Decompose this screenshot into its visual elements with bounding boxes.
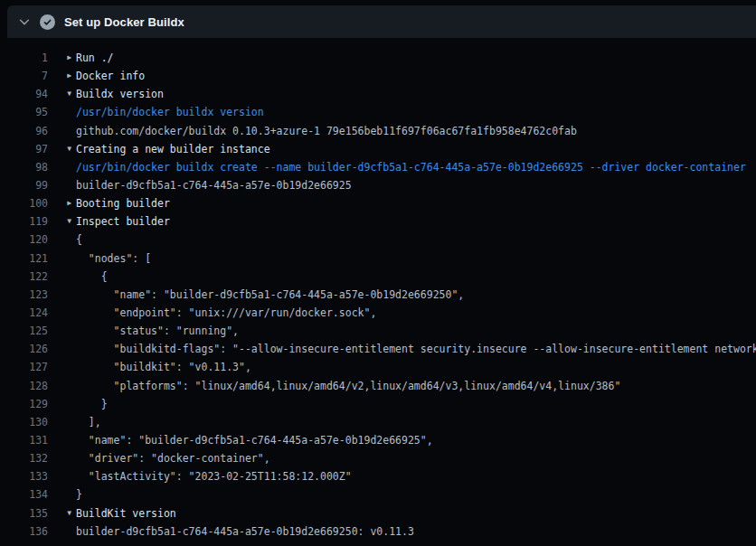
line-number[interactable]: 121 [0,249,48,268]
group-collapse-icon[interactable]: ▼ [67,140,71,158]
line-number[interactable]: 125 [0,322,48,340]
log-text: builder-d9cfb5a1-c764-445a-a57e-0b19d2e6… [76,176,352,194]
log-group-row[interactable]: 135 ▼ BuildKit version [0,504,756,522]
log-text: "lastActivity": "2023-02-25T11:58:12.000… [76,467,352,485]
line-number[interactable]: 122 [0,268,48,286]
line-number[interactable]: 7 [0,67,48,85]
log-row: 98 /usr/bin/docker buildx create --name … [0,158,756,176]
line-number[interactable]: 124 [0,304,48,322]
log-text: Booting builder [76,194,170,212]
log-row: 122 { [0,268,756,286]
line-number[interactable]: 100 [0,194,48,212]
log-text: "name": "builder-d9cfb5a1-c764-445a-a57e… [76,431,433,449]
log-row: 123 "name": "builder-d9cfb5a1-c764-445a-… [0,286,756,304]
line-number[interactable]: 128 [0,377,48,395]
group-expand-icon[interactable]: ▶ [67,194,71,212]
log-text: "driver": "docker-container", [76,449,270,467]
log-text: /usr/bin/docker buildx version [76,103,264,121]
log-row: 99 builder-d9cfb5a1-c764-445a-a57e-0b19d… [0,176,756,194]
line-number[interactable]: 95 [0,103,48,121]
log-lines: 1 ▶ Run ./ 7 ▶ Docker info 94 ▼ Buildx v… [0,38,756,546]
log-row: 132 "driver": "docker-container", [0,449,756,467]
log-text: builder-d9cfb5a1-c764-445a-a57e-0b19d2e6… [76,522,414,541]
log-text: "endpoint": "unix:///var/run/docker.sock… [76,304,376,322]
step-header[interactable]: Set up Docker Buildx [7,5,756,38]
log-group-row[interactable]: 97 ▼ Creating a new builder instance [0,140,756,158]
line-number[interactable]: 136 [0,522,48,541]
log-group-row[interactable]: 100 ▶ Booting builder [0,194,756,212]
log-text: Docker info [76,67,145,85]
line-number[interactable]: 130 [0,413,48,431]
log-row: 134 } [0,485,756,504]
log-text: { [76,231,82,249]
log-row: 95 /usr/bin/docker buildx version [0,103,756,121]
log-text: Buildx version [76,85,164,103]
log-group-row[interactable]: 1 ▶ Run ./ [0,49,756,67]
group-expand-icon[interactable]: ▶ [67,67,71,85]
group-expand-icon[interactable]: ▶ [67,49,71,67]
line-number[interactable]: 94 [0,85,48,103]
log-group-row[interactable]: 7 ▶ Docker info [0,67,756,85]
check-circle-icon [40,14,55,30]
log-text: /usr/bin/docker buildx create --name bui… [76,158,746,176]
line-number[interactable]: 120 [0,231,48,249]
log-row: 133 "lastActivity": "2023-02-25T11:58:12… [0,467,756,485]
chevron-down-icon[interactable] [18,15,31,28]
log-text: } [76,485,82,504]
log-text: "status": "running", [76,322,239,340]
log-group-row[interactable]: 119 ▼ Inspect builder [0,212,756,231]
line-number[interactable]: 134 [0,485,48,504]
log-text: Creating a new builder instance [76,140,270,158]
log-text: BuildKit version [76,504,176,522]
line-number[interactable]: 131 [0,431,48,449]
line-number[interactable]: 98 [0,158,48,176]
line-number[interactable]: 99 [0,176,48,194]
log-text: github.com/docker/buildx 0.10.3+azure-1 … [76,122,577,140]
line-number[interactable]: 129 [0,395,48,413]
log-row: 96 github.com/docker/buildx 0.10.3+azure… [0,122,756,140]
log-text: ], [76,413,101,431]
log-group-row[interactable]: 94 ▼ Buildx version [0,85,756,103]
group-collapse-icon[interactable]: ▼ [67,504,71,522]
log-text: "name": "builder-d9cfb5a1-c764-445a-a57e… [76,286,464,304]
log-row: 136 builder-d9cfb5a1-c764-445a-a57e-0b19… [0,522,756,541]
log-text: Inspect builder [76,212,170,231]
log-row: 124 "endpoint": "unix:///var/run/docker.… [0,304,756,322]
log-row: 127 "buildkit": "v0.11.3", [0,358,756,376]
line-number[interactable]: 127 [0,358,48,376]
line-number[interactable]: 123 [0,286,48,304]
log-text: } [76,395,108,413]
line-number[interactable]: 132 [0,449,48,467]
log-row: 130 ], [0,413,756,431]
log-text: "nodes": [ [76,249,151,268]
log-text: Run ./ [76,49,114,67]
line-number[interactable]: 96 [0,122,48,140]
log-row: 128 "platforms": "linux/amd64,linux/amd6… [0,377,756,395]
log-row: 125 "status": "running", [0,322,756,340]
log-row: 126 "buildkitd-flags": "--allow-insecure… [0,340,756,358]
step-title: Set up Docker Buildx [64,15,184,29]
log-text: { [76,268,108,286]
line-number[interactable]: 135 [0,504,48,522]
log-row: 121 "nodes": [ [0,249,756,268]
group-collapse-icon[interactable]: ▼ [67,85,71,103]
log-text: "buildkitd-flags": "--allow-insecure-ent… [76,340,756,358]
line-number[interactable]: 97 [0,140,48,158]
log-row: 131 "name": "builder-d9cfb5a1-c764-445a-… [0,431,756,449]
line-number[interactable]: 126 [0,340,48,358]
line-number[interactable]: 133 [0,467,48,485]
line-number[interactable]: 1 [0,49,48,67]
log-text: "platforms": "linux/amd64,linux/amd64/v2… [76,377,620,395]
log-row: 129 } [0,395,756,413]
log-text: "buildkit": "v0.11.3", [76,358,251,376]
line-number[interactable]: 119 [0,212,48,231]
log-row: 120 { [0,231,756,249]
group-collapse-icon[interactable]: ▼ [67,212,71,231]
